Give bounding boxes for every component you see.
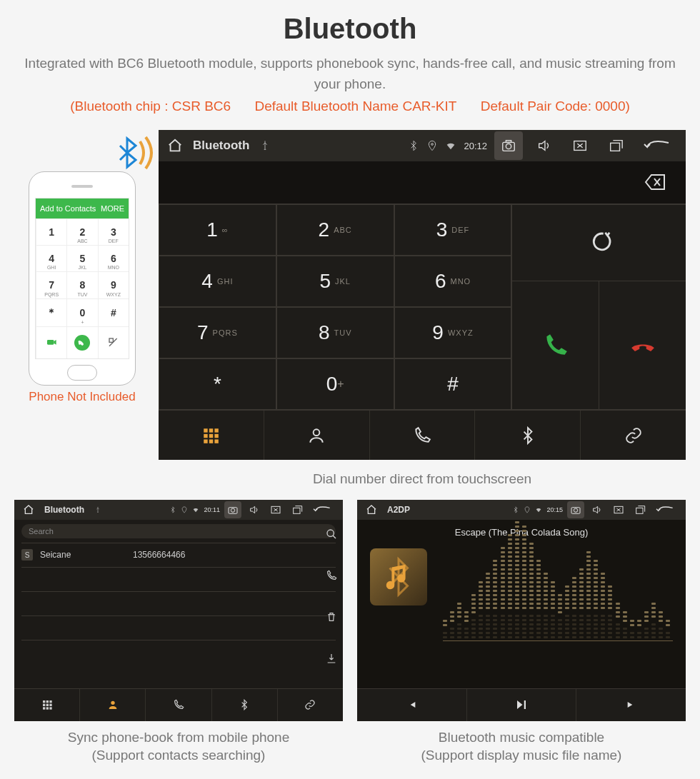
key-hash[interactable]: # bbox=[394, 358, 512, 410]
svg-rect-27 bbox=[49, 700, 51, 703]
redial-button[interactable] bbox=[511, 204, 686, 281]
nav-link[interactable] bbox=[581, 411, 686, 460]
screenshot-button[interactable] bbox=[567, 501, 584, 518]
recents-button[interactable] bbox=[631, 501, 649, 518]
location-icon bbox=[524, 506, 531, 513]
svg-rect-33 bbox=[49, 707, 51, 709]
clock-time: 20:11 bbox=[204, 506, 220, 513]
app-title: A2DP bbox=[387, 505, 410, 515]
svg-rect-30 bbox=[49, 704, 51, 706]
a2dp-head-unit: A2DP 20:15 bbox=[357, 500, 686, 721]
nav-keypad[interactable] bbox=[159, 411, 264, 460]
contact-row[interactable]: S Seicane 13566664466 bbox=[21, 543, 336, 567]
next-button[interactable] bbox=[576, 689, 686, 721]
nav-contacts[interactable] bbox=[80, 689, 146, 721]
volume-button[interactable] bbox=[589, 501, 606, 518]
close-button[interactable] bbox=[267, 501, 284, 518]
phone-device: Add to Contacts MORE 1 2ABC 3DEF 4GHI 5J… bbox=[29, 171, 136, 386]
key-3[interactable]: 3DEF bbox=[394, 204, 512, 256]
svg-rect-14 bbox=[209, 433, 213, 437]
home-icon[interactable] bbox=[23, 504, 34, 516]
nav-phone[interactable] bbox=[146, 689, 211, 721]
svg-rect-39 bbox=[524, 700, 526, 709]
bluetooth-icon bbox=[408, 140, 419, 151]
svg-point-24 bbox=[327, 530, 334, 536]
nav-phone[interactable] bbox=[370, 411, 476, 460]
svg-rect-25 bbox=[43, 700, 45, 703]
bluetooth-signal-icon bbox=[111, 130, 157, 176]
key-8[interactable]: 8TUV bbox=[276, 307, 394, 358]
svg-rect-12 bbox=[215, 428, 219, 432]
svg-rect-10 bbox=[204, 428, 208, 432]
nav-bluetooth[interactable] bbox=[475, 411, 581, 460]
svg-rect-11 bbox=[209, 428, 213, 432]
recents-button[interactable] bbox=[289, 501, 306, 518]
search-icon[interactable] bbox=[326, 523, 337, 546]
svg-rect-31 bbox=[43, 707, 45, 709]
svg-rect-16 bbox=[204, 439, 208, 443]
svg-point-6 bbox=[506, 144, 511, 149]
svg-point-19 bbox=[314, 429, 320, 436]
clock-time: 20:12 bbox=[464, 141, 487, 151]
phone-illustration: Add to Contacts MORE 1 2ABC 3DEF 4GHI 5J… bbox=[14, 130, 150, 488]
phone-icon[interactable] bbox=[326, 564, 337, 587]
delete-icon[interactable] bbox=[326, 605, 337, 628]
nav-bluetooth[interactable] bbox=[212, 689, 278, 721]
app-title: Bluetooth bbox=[193, 139, 249, 153]
volume-button[interactable] bbox=[246, 501, 263, 518]
key-5[interactable]: 5JKL bbox=[276, 256, 394, 307]
key-4[interactable]: 4GHI bbox=[159, 256, 276, 307]
key-7[interactable]: 7PQRS bbox=[159, 307, 276, 358]
key-1[interactable]: 1∞ bbox=[159, 204, 276, 256]
play-pause-button[interactable] bbox=[467, 689, 577, 721]
volume-button[interactable] bbox=[530, 131, 559, 160]
wifi-icon bbox=[535, 506, 542, 513]
location-icon bbox=[426, 140, 438, 151]
svg-rect-18 bbox=[215, 439, 219, 443]
recents-button[interactable] bbox=[601, 131, 630, 160]
call-button[interactable] bbox=[512, 281, 599, 409]
phone-app-keypad: 1 2ABC 3DEF 4GHI 5JKL 6MNO 7PQRS 8TUV 9W… bbox=[36, 218, 129, 358]
screenshot-button[interactable] bbox=[494, 131, 523, 160]
back-button[interactable] bbox=[310, 501, 334, 518]
svg-rect-15 bbox=[215, 433, 219, 437]
svg-rect-29 bbox=[46, 704, 48, 706]
nav-contacts[interactable] bbox=[264, 411, 370, 460]
key-star[interactable]: * bbox=[159, 358, 276, 410]
usb-icon bbox=[94, 506, 101, 513]
hangup-button[interactable] bbox=[599, 281, 686, 409]
spec-line: (Bluetooth chip : CSR BC6 Default Blueto… bbox=[14, 99, 686, 114]
nav-link[interactable] bbox=[278, 689, 343, 721]
prev-button[interactable] bbox=[357, 689, 467, 721]
svg-point-36 bbox=[574, 508, 577, 512]
home-icon[interactable] bbox=[167, 138, 183, 154]
home-icon[interactable] bbox=[366, 504, 377, 516]
contact-name: Seicane bbox=[40, 550, 126, 560]
usb-icon bbox=[259, 140, 271, 151]
screenshot-button[interactable] bbox=[224, 501, 241, 518]
contact-number: 13566664466 bbox=[133, 550, 185, 560]
svg-rect-9 bbox=[611, 143, 620, 151]
download-icon[interactable] bbox=[326, 647, 337, 670]
svg-rect-38 bbox=[636, 508, 643, 513]
back-button[interactable] bbox=[637, 131, 677, 160]
key-9[interactable]: 9WXYZ bbox=[394, 307, 512, 358]
key-0[interactable]: 0+ bbox=[276, 358, 394, 410]
number-display bbox=[159, 161, 686, 204]
svg-rect-28 bbox=[43, 704, 45, 706]
key-6[interactable]: 6MNO bbox=[394, 256, 512, 307]
bluetooth-icon bbox=[169, 506, 176, 513]
svg-rect-0 bbox=[47, 340, 54, 345]
caption-dial: Dial number direct from touchscreen bbox=[159, 470, 686, 488]
backspace-button[interactable] bbox=[639, 171, 667, 193]
search-input[interactable]: Search bbox=[21, 524, 336, 538]
close-button[interactable] bbox=[566, 131, 594, 160]
nav-keypad[interactable] bbox=[14, 689, 80, 721]
location-icon bbox=[181, 506, 188, 513]
phone-app-header: Add to Contacts bbox=[40, 204, 96, 213]
close-button[interactable] bbox=[610, 501, 627, 518]
key-2[interactable]: 2ABC bbox=[276, 204, 394, 256]
back-button[interactable] bbox=[653, 501, 677, 518]
svg-point-4 bbox=[431, 144, 434, 146]
audio-visualizer bbox=[443, 560, 673, 681]
